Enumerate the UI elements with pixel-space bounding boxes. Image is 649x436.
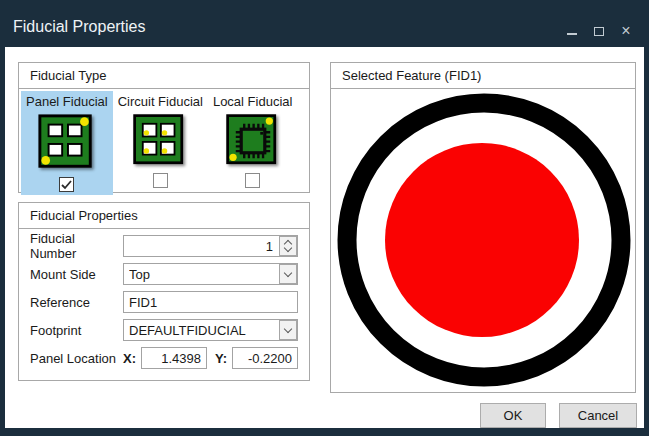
fiducial-properties-dialog: Fiducial Properties × Fiducial Type Pane… bbox=[0, 0, 649, 436]
footprint-row: Footprint bbox=[30, 319, 298, 341]
fiducial-type-option-local[interactable]: Local Fiducial bbox=[208, 91, 298, 191]
reference-row: Reference bbox=[30, 291, 298, 313]
panel-fiducial-icon bbox=[36, 112, 98, 174]
fiducial-type-group: Fiducial Type Panel Fiducial bbox=[18, 62, 310, 193]
maximize-button[interactable] bbox=[592, 24, 606, 38]
fiducial-properties-group-title: Fiducial Properties bbox=[19, 203, 309, 229]
dialog-content: Fiducial Type Panel Fiducial bbox=[5, 47, 644, 428]
panel-fiducial-checkbox[interactable] bbox=[59, 177, 74, 192]
fiducial-type-group-title: Fiducial Type bbox=[19, 63, 309, 89]
fiducial-properties-group: Fiducial Properties Fiducial Number Moun… bbox=[18, 202, 310, 381]
cancel-button[interactable]: Cancel bbox=[559, 403, 637, 428]
x-label: X: bbox=[123, 351, 136, 366]
footprint-select[interactable] bbox=[123, 319, 298, 341]
fiducial-graphic bbox=[331, 89, 635, 393]
fiducial-pad bbox=[385, 143, 579, 337]
mount-side-dropdown-button[interactable] bbox=[279, 264, 297, 284]
local-fiducial-icon bbox=[224, 112, 282, 170]
fiducial-type-option-panel[interactable]: Panel Fiducial bbox=[21, 91, 113, 195]
panel-location-row: Panel Location X: Y: bbox=[30, 347, 298, 369]
ok-button[interactable]: OK bbox=[480, 403, 546, 428]
mount-side-select[interactable] bbox=[123, 263, 298, 285]
fiducial-number-spinner[interactable] bbox=[279, 236, 297, 256]
close-icon: × bbox=[621, 24, 630, 38]
selected-feature-group-title: Selected Feature (FID1) bbox=[331, 63, 635, 89]
minimize-button[interactable] bbox=[565, 24, 579, 38]
circuit-fiducial-checkbox[interactable] bbox=[153, 173, 168, 188]
titlebar[interactable]: Fiducial Properties × bbox=[0, 0, 649, 47]
mount-side-label: Mount Side bbox=[30, 267, 123, 282]
panel-location-y-input[interactable] bbox=[232, 347, 298, 369]
footprint-dropdown-button[interactable] bbox=[279, 320, 297, 340]
minimize-icon bbox=[567, 33, 577, 35]
fiducial-type-options: Panel Fiducial bbox=[19, 89, 309, 197]
panel-location-x-input[interactable] bbox=[141, 347, 207, 369]
fiducial-number-input[interactable] bbox=[123, 235, 298, 257]
local-fiducial-checkbox[interactable] bbox=[245, 173, 260, 188]
checkmark-icon bbox=[61, 180, 72, 190]
y-label: Y: bbox=[215, 351, 227, 366]
fiducial-number-row: Fiducial Number bbox=[30, 235, 298, 257]
panel-location-label: Panel Location bbox=[30, 351, 123, 366]
panel-fiducial-label: Panel Fiducial bbox=[26, 93, 108, 110]
chevron-down-icon bbox=[284, 324, 292, 332]
fiducial-type-option-circuit[interactable]: Circuit Fiducial bbox=[113, 91, 208, 191]
selected-feature-group: Selected Feature (FID1) bbox=[330, 62, 636, 393]
window-controls: × bbox=[565, 24, 633, 38]
reference-input[interactable] bbox=[123, 291, 298, 313]
reference-label: Reference bbox=[30, 295, 123, 310]
window-title: Fiducial Properties bbox=[13, 18, 146, 36]
chevron-down-icon bbox=[284, 268, 292, 276]
circuit-fiducial-label: Circuit Fiducial bbox=[118, 93, 203, 110]
fiducial-number-label: Fiducial Number bbox=[30, 231, 123, 261]
circuit-fiducial-icon bbox=[131, 112, 189, 170]
close-button[interactable]: × bbox=[619, 24, 633, 38]
fiducial-preview bbox=[331, 89, 635, 393]
mount-side-row: Mount Side bbox=[30, 263, 298, 285]
maximize-icon bbox=[594, 27, 604, 36]
footprint-label: Footprint bbox=[30, 323, 123, 338]
local-fiducial-label: Local Fiducial bbox=[213, 93, 293, 110]
